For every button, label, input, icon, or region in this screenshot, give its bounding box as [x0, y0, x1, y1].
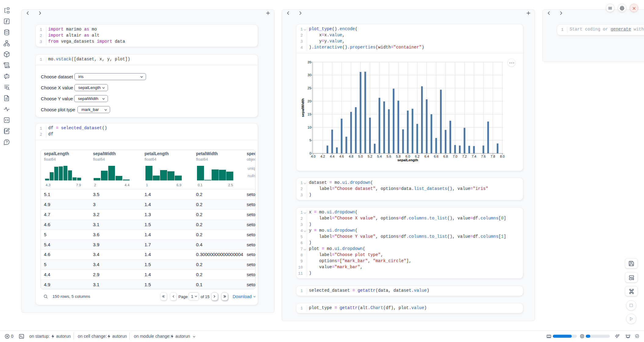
svg-text:6.0: 6.0	[406, 155, 410, 158]
svg-text:4.2: 4.2	[320, 155, 325, 158]
svg-text:4.0: 4.0	[311, 155, 316, 158]
svg-text:4.6: 4.6	[339, 155, 344, 158]
svg-text:5: 5	[309, 138, 311, 142]
svg-text:sepalLength: sepalLength	[397, 158, 418, 162]
svg-text:20: 20	[308, 99, 311, 103]
svg-text:7.2: 7.2	[462, 155, 467, 158]
svg-text:10: 10	[308, 126, 311, 129]
svg-text:0: 0	[309, 151, 311, 155]
svg-text:5.8: 5.8	[396, 155, 401, 158]
svg-text:4.4: 4.4	[330, 155, 335, 158]
svg-text:5.0: 5.0	[358, 155, 363, 158]
svg-text:sepalWidth: sepalWidth	[301, 98, 305, 117]
svg-text:5.2: 5.2	[368, 155, 372, 158]
svg-text:6.6: 6.6	[434, 155, 438, 158]
svg-text:35: 35	[308, 60, 311, 64]
svg-text:7.4: 7.4	[472, 155, 476, 158]
svg-text:8.0: 8.0	[500, 155, 505, 158]
svg-text:5.6: 5.6	[387, 155, 391, 158]
svg-text:30: 30	[308, 73, 311, 77]
svg-text:7.8: 7.8	[491, 155, 495, 158]
svg-text:7.0: 7.0	[453, 155, 457, 158]
svg-text:6.8: 6.8	[443, 155, 448, 158]
svg-text:4.8: 4.8	[349, 155, 353, 158]
svg-text:5.4: 5.4	[377, 155, 382, 158]
svg-text:25: 25	[308, 86, 311, 90]
svg-text:15: 15	[308, 112, 311, 116]
svg-text:7.6: 7.6	[481, 155, 486, 158]
svg-text:6.2: 6.2	[415, 155, 420, 158]
svg-text:6.4: 6.4	[424, 155, 429, 158]
